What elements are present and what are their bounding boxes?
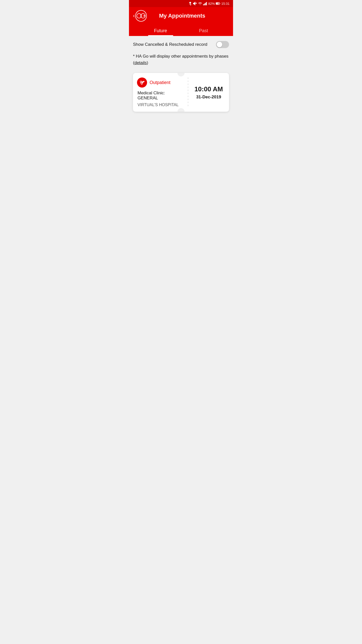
svg-rect-2 [203,4,204,5]
back-arrow-icon: ‹ [133,13,135,19]
time-text: 15:31 [221,2,230,6]
tab-past[interactable]: Past [189,26,218,36]
toggle-slider [216,41,229,48]
svg-point-11 [141,14,142,15]
toggle-label: Show Cancelled & Rescheduled record [133,42,213,47]
appointment-card-right: 10:00 AM 31-Dec-2019 [192,77,225,107]
note-text: * HA Go will display other appointments … [133,53,229,66]
back-button[interactable]: ‹ [133,10,147,22]
header-top: ‹ My Appointments [133,10,229,22]
battery-text: 82% [208,2,215,6]
tabs-container: Future Past [133,26,229,36]
appointment-card-left: Outpatient Medical Clinic: GENERAL VIRTU… [137,77,184,107]
cancelled-toggle-row: Show Cancelled & Rescheduled record [133,41,229,48]
outpatient-label: Outpatient [150,80,170,85]
signal-icon [203,2,207,5]
card-notch-bottom [177,108,185,112]
outpatient-icon [137,77,147,88]
svg-rect-4 [205,3,206,5]
appointment-time: 10:00 AM [194,85,223,93]
outpatient-row: Outpatient [137,77,179,88]
mute-icon [193,2,197,6]
page-title: My Appointments [150,13,214,19]
tab-future[interactable]: Future [144,26,177,36]
wifi-icon [198,2,202,5]
card-divider [188,77,188,107]
card-notch-top [177,73,185,76]
header: ‹ My Appointments Future [129,7,233,36]
appointment-date: 31-Dec-2019 [196,95,221,100]
stethoscope-svg [139,79,145,86]
content-area: Show Cancelled & Rescheduled record * HA… [129,36,233,212]
app-logo [135,10,147,22]
svg-rect-5 [206,2,207,5]
bluetooth-icon [189,2,192,6]
battery-icon [216,2,220,5]
hospital-name: VIRTUAL'S HOSPITAL [138,103,179,107]
svg-rect-3 [204,4,205,5]
appointment-card[interactable]: Outpatient Medical Clinic: GENERAL VIRTU… [133,73,229,112]
cancelled-toggle[interactable] [216,41,229,48]
svg-rect-7 [220,3,220,4]
svg-point-13 [143,81,145,82]
svg-rect-12 [141,15,142,17]
status-bar: 82% 15:31 [129,0,233,7]
details-link[interactable]: details [134,60,147,65]
status-icons: 82% 15:31 [189,2,230,6]
clinic-name: Medical Clinic: GENERAL [138,91,179,101]
